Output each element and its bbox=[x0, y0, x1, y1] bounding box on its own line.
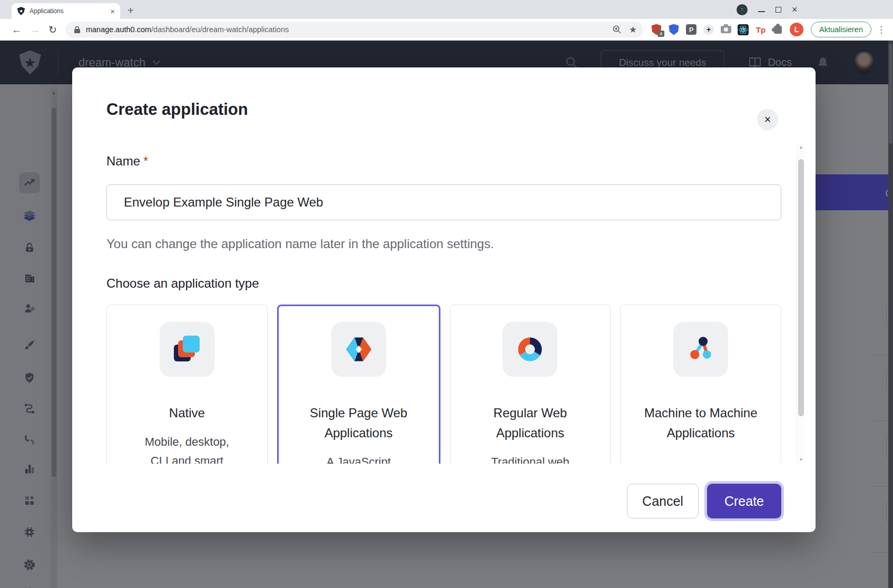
application-name-input[interactable] bbox=[106, 184, 781, 220]
ublock-extension-icon[interactable]: 4 bbox=[651, 24, 662, 35]
tab-close-icon[interactable]: × bbox=[109, 6, 116, 16]
card-regular-web[interactable]: Regular Web Applications Traditional web bbox=[450, 305, 611, 464]
chrome-update-icon[interactable]: ↑ bbox=[737, 4, 748, 15]
spa-app-icon bbox=[331, 322, 386, 377]
card-title: Single Page Web Applications bbox=[298, 403, 420, 443]
card-description: A JavaScript bbox=[308, 453, 409, 464]
card-title: Regular Web Applications bbox=[469, 403, 591, 443]
regular-web-app-icon bbox=[503, 322, 557, 377]
minimize-button[interactable] bbox=[758, 11, 765, 12]
browser-profile-avatar[interactable]: L bbox=[790, 23, 803, 36]
bitwarden-extension-icon[interactable] bbox=[668, 24, 680, 35]
card-description: Traditional web bbox=[479, 453, 581, 464]
create-button[interactable]: Create bbox=[707, 484, 781, 518]
react-devtools-extension-icon[interactable] bbox=[738, 24, 749, 35]
card-single-page-web[interactable]: Single Page Web Applications A JavaScrip… bbox=[277, 305, 440, 464]
browser-tab[interactable]: ★ Applications × bbox=[12, 3, 120, 19]
modal-title: Create application bbox=[106, 100, 248, 119]
create-application-modal: Create application × Name* You can chang… bbox=[72, 67, 816, 532]
modal-footer: Cancel Create bbox=[627, 484, 781, 518]
p-extension-icon[interactable]: P bbox=[685, 24, 697, 35]
screenshot-extension-icon[interactable] bbox=[720, 24, 732, 35]
tab-title: Applications bbox=[30, 7, 109, 15]
window-controls: ↑ × bbox=[737, 0, 798, 19]
card-machine-to-machine[interactable]: Machine to Machine Applications bbox=[620, 305, 781, 464]
auth0-favicon-icon: ★ bbox=[17, 7, 25, 15]
new-tab-button[interactable]: + bbox=[127, 5, 134, 16]
bookmark-star-icon[interactable]: ★ bbox=[629, 25, 637, 34]
modal-scrollbar-thumb[interactable] bbox=[798, 159, 804, 416]
scroll-up-icon[interactable]: ▲ bbox=[797, 145, 805, 150]
address-bar[interactable]: manage.auth0.com/dashboard/eu/dream-watc… bbox=[65, 22, 643, 38]
m2m-app-icon bbox=[673, 322, 728, 377]
name-help-text: You can change the application name late… bbox=[106, 236, 781, 252]
application-type-heading: Choose an application type bbox=[106, 276, 781, 291]
close-icon: × bbox=[764, 114, 771, 125]
modal-body: Name* You can change the application nam… bbox=[72, 142, 816, 464]
back-button[interactable]: ← bbox=[12, 25, 22, 35]
card-description: Mobile, desktop, CLI and smart bbox=[136, 433, 238, 464]
picker-extension-icon[interactable]: + bbox=[703, 24, 714, 35]
modal-scrollbar[interactable]: ▲ ▼ bbox=[797, 143, 804, 464]
required-asterisk: * bbox=[143, 154, 148, 168]
tp-extension-icon[interactable]: Tp bbox=[755, 24, 767, 35]
native-app-icon bbox=[160, 322, 214, 377]
padlock-icon bbox=[74, 26, 81, 34]
tab-strip: ★ Applications × + ↑ × bbox=[0, 0, 893, 19]
window-close-button[interactable]: × bbox=[792, 5, 798, 14]
card-native[interactable]: Native Mobile, desktop, CLI and smart bbox=[106, 305, 268, 464]
page-zoom-icon[interactable] bbox=[612, 25, 622, 34]
extension-bar: 4 P + Tp L bbox=[651, 23, 803, 36]
card-title: Machine to Machine Applications bbox=[640, 403, 762, 443]
application-type-cards: Native Mobile, desktop, CLI and smart Si… bbox=[106, 305, 781, 464]
extensions-puzzle-icon[interactable] bbox=[772, 24, 784, 35]
scroll-down-icon[interactable]: ▼ bbox=[797, 457, 805, 462]
browser-menu-icon[interactable]: ⋮ bbox=[877, 24, 886, 35]
maximize-button[interactable] bbox=[776, 7, 781, 13]
browser-window: ★ Applications × + ↑ × ← → ↻ manage.auth… bbox=[0, 0, 893, 588]
url-text: manage.auth0.com/dashboard/eu/dream-watc… bbox=[86, 25, 289, 34]
modal-close-button[interactable]: × bbox=[757, 109, 778, 130]
chrome-update-button[interactable]: Aktualisieren bbox=[811, 22, 871, 37]
browser-toolbar: ← → ↻ manage.auth0.com/dashboard/eu/drea… bbox=[0, 19, 893, 41]
reload-button[interactable]: ↻ bbox=[48, 25, 57, 35]
name-label: Name* bbox=[106, 154, 781, 169]
forward-button[interactable]: → bbox=[30, 25, 40, 35]
card-title: Native bbox=[126, 403, 248, 423]
cancel-button[interactable]: Cancel bbox=[627, 484, 699, 518]
